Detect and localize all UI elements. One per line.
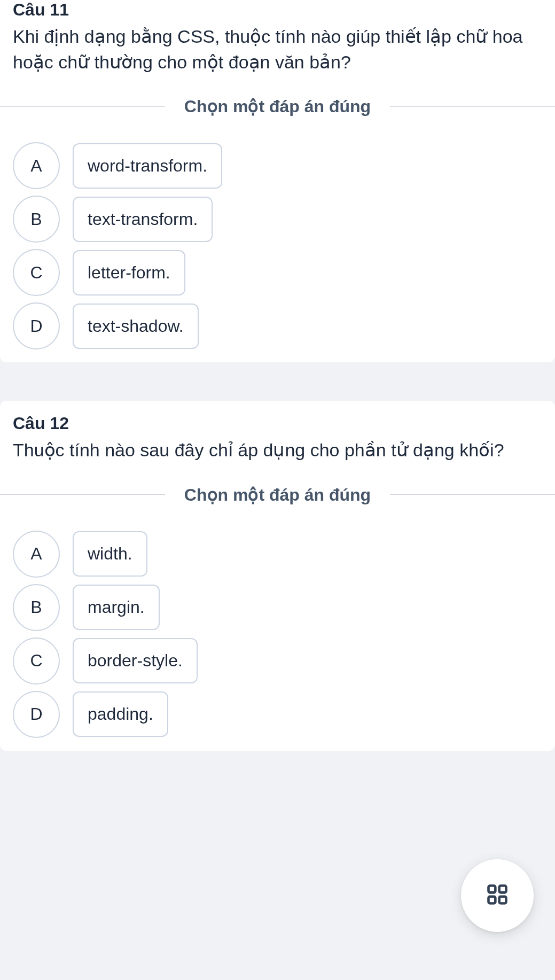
- option-letter: A: [13, 142, 60, 189]
- option-c[interactable]: C border-style.: [13, 637, 542, 685]
- option-letter: D: [13, 302, 60, 349]
- options-list: A word-transform. B text-transform. C le…: [13, 142, 542, 349]
- question-card-11: Câu 11 Khi định dạng bằng CSS, thuộc tín…: [0, 0, 555, 362]
- option-text: text-shadow.: [73, 304, 199, 349]
- option-text: padding.: [73, 691, 168, 737]
- divider-line: [390, 494, 555, 495]
- option-text: word-transform.: [73, 143, 222, 189]
- option-letter: B: [13, 584, 60, 631]
- option-text: letter-form.: [73, 250, 185, 295]
- option-letter: D: [13, 691, 60, 738]
- question-text: Thuộc tính nào sau đây chỉ áp dụng cho p…: [13, 438, 542, 463]
- instruction-divider: Chọn một đáp án đúng: [0, 96, 555, 116]
- divider-line: [390, 106, 555, 107]
- option-letter: C: [13, 637, 60, 685]
- divider-line: [0, 494, 165, 495]
- option-letter: A: [13, 531, 60, 578]
- instruction-divider: Chọn một đáp án đúng: [0, 485, 555, 505]
- instruction-text: Chọn một đáp án đúng: [165, 96, 390, 116]
- option-text: width.: [73, 531, 147, 577]
- option-d[interactable]: D text-shadow.: [13, 302, 542, 349]
- option-a[interactable]: A width.: [13, 531, 542, 578]
- question-text: Khi định dạng bằng CSS, thuộc tính nào g…: [13, 24, 542, 75]
- instruction-text: Chọn một đáp án đúng: [165, 485, 390, 505]
- question-number: Câu 11: [13, 0, 542, 20]
- question-card-12: Câu 12 Thuộc tính nào sau đây chỉ áp dụn…: [0, 401, 555, 751]
- option-text: margin.: [73, 585, 160, 630]
- option-b[interactable]: B text-transform.: [13, 196, 542, 243]
- option-text: text-transform.: [73, 197, 213, 242]
- option-letter: B: [13, 196, 60, 243]
- options-list: A width. B margin. C border-style. D pad…: [13, 531, 542, 738]
- option-c[interactable]: C letter-form.: [13, 249, 542, 296]
- question-number: Câu 12: [13, 414, 542, 433]
- option-letter: C: [13, 249, 60, 296]
- divider-line: [0, 106, 165, 107]
- option-b[interactable]: B margin.: [13, 584, 542, 631]
- option-a[interactable]: A word-transform.: [13, 142, 542, 189]
- option-d[interactable]: D padding.: [13, 691, 542, 738]
- option-text: border-style.: [73, 638, 198, 683]
